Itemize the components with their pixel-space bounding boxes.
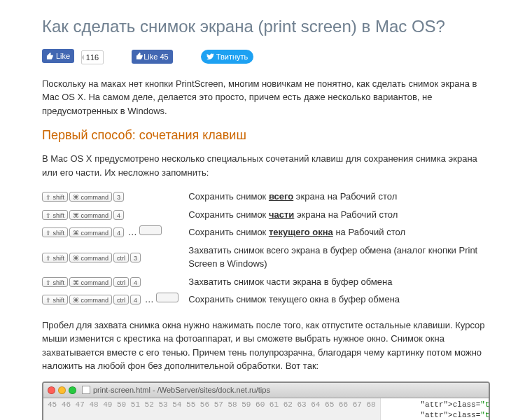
editor-content: 45 46 47 48 49 50 51 52 53 54 55 56 57 5… <box>43 398 489 420</box>
shortcut-row: ⇧ shift⌘ commandctrl4 … Сохранить снимок… <box>42 290 490 309</box>
shortcut-description: Захватить снимок части экрана в буфер об… <box>188 273 490 291</box>
close-window-button[interactable] <box>48 386 55 394</box>
keys-cell: ⇧ shift⌘ commandctrl3 <box>42 241 188 273</box>
keyboard-key: ctrl <box>113 253 129 262</box>
tweet-label: Твитнуть <box>216 51 248 63</box>
thumbs-up-icon <box>46 52 54 60</box>
keyboard-key: ⌘ command <box>69 295 112 304</box>
tweet-button[interactable]: Твитнуть <box>201 50 254 64</box>
shortcut-description: Сохранить снимок текущего окна в буфер о… <box>188 290 490 309</box>
keyboard-key: ⌘ command <box>69 192 112 202</box>
shortcut-row: ⇧ shift⌘ command4 … Сохранить снимок тек… <box>42 223 490 241</box>
shortcut-table: ⇧ shift⌘ command3Сохранить снимок всего … <box>42 188 490 309</box>
fb-like2-label: Like 45 <box>144 51 168 63</box>
keyboard-key: 3 <box>130 253 141 262</box>
editor-title: print-screen.html - /WebServer/sites/doc… <box>93 384 270 396</box>
keys-cell: ⇧ shift⌘ command4 <box>42 206 188 224</box>
keyboard-key: ⇧ shift <box>42 192 68 202</box>
section1-title: Первый способ: сочетания клавиш <box>42 126 490 145</box>
keyboard-key: ⌘ command <box>69 227 112 237</box>
shortcut-row: ⇧ shift⌘ command3Сохранить снимок всего … <box>42 188 490 206</box>
keyboard-key: 4 <box>113 227 124 237</box>
shortcut-row: ⇧ shift⌘ commandctrl4Захватить снимок ча… <box>42 273 490 291</box>
shortcut-description: Сохранить снимок части экрана на Рабочий… <box>188 206 490 224</box>
keyboard-key <box>156 293 178 302</box>
line-gutter: 45 46 47 48 49 50 51 52 53 54 55 56 57 5… <box>43 398 381 420</box>
like-group: Like 116 <box>42 49 104 64</box>
keyboard-key: ⇧ shift <box>42 210 68 220</box>
keys-cell: ⇧ shift⌘ command3 <box>42 188 188 206</box>
keyboard-key: ⇧ shift <box>42 227 68 237</box>
minimize-window-button[interactable] <box>58 386 66 394</box>
document-icon <box>82 386 90 394</box>
keyboard-key: ⌘ command <box>69 253 112 262</box>
keyboard-key: 4 <box>113 210 124 220</box>
keyboard-key: ⌘ command <box>69 277 112 287</box>
fb-like-button-2[interactable]: Like 45 <box>132 50 172 64</box>
social-row: Like 116 Like 45 Твитнуть <box>42 49 490 64</box>
shortcut-row: ⇧ shift⌘ commandctrl3Захватить снимок вс… <box>42 241 490 273</box>
shortcut-description: Захватить снимок всего экрана в буфер об… <box>188 241 490 273</box>
window-buttons <box>48 386 76 394</box>
code-editor-screenshot: print-screen.html - /WebServer/sites/doc… <box>42 382 490 420</box>
code-area: "attr">class="tag"><img "attr">src="/key… <box>381 398 489 420</box>
keyboard-key: ⌘ command <box>69 210 112 220</box>
like-button[interactable]: Like <box>42 49 74 63</box>
keys-cell: ⇧ shift⌘ commandctrl4 … <box>42 290 188 309</box>
keys-cell: ⇧ shift⌘ command4 … <box>42 223 188 241</box>
keyboard-key: ctrl <box>113 295 129 304</box>
section1-intro: В Mac OS X предусмотрено несколько специ… <box>42 152 490 179</box>
keyboard-key: ⇧ shift <box>42 277 68 287</box>
keyboard-key: 4 <box>130 295 141 304</box>
shortcut-description: Сохранить снимок всего экрана на Рабочий… <box>188 188 490 206</box>
shortcut-row: ⇧ shift⌘ command4Сохранить снимок части … <box>42 206 490 224</box>
keyboard-key: ctrl <box>113 277 129 287</box>
keyboard-key: 4 <box>130 277 141 287</box>
intro-paragraph: Поскольку на маках нет кнопки PrintScree… <box>42 77 490 118</box>
keyboard-key: 3 <box>113 192 124 202</box>
editor-titlebar: print-screen.html - /WebServer/sites/doc… <box>43 383 489 398</box>
twitter-icon <box>206 52 214 60</box>
keyboard-key: ⇧ shift <box>42 295 68 304</box>
page-title: Как сделать снимок экрана (print screen)… <box>42 14 490 39</box>
like-count: 116 <box>81 50 104 64</box>
keyboard-key <box>139 225 162 235</box>
section1-outro: Пробел для захвата снимка окна нужно наж… <box>42 318 490 373</box>
thumbs-up-icon <box>136 52 144 60</box>
zoom-window-button[interactable] <box>69 386 76 394</box>
keys-cell: ⇧ shift⌘ commandctrl4 <box>42 273 188 291</box>
keyboard-key: ⇧ shift <box>42 253 68 262</box>
shortcut-description: Сохранить снимок текущего окна на Рабочи… <box>188 223 490 241</box>
like-label: Like <box>56 50 70 62</box>
